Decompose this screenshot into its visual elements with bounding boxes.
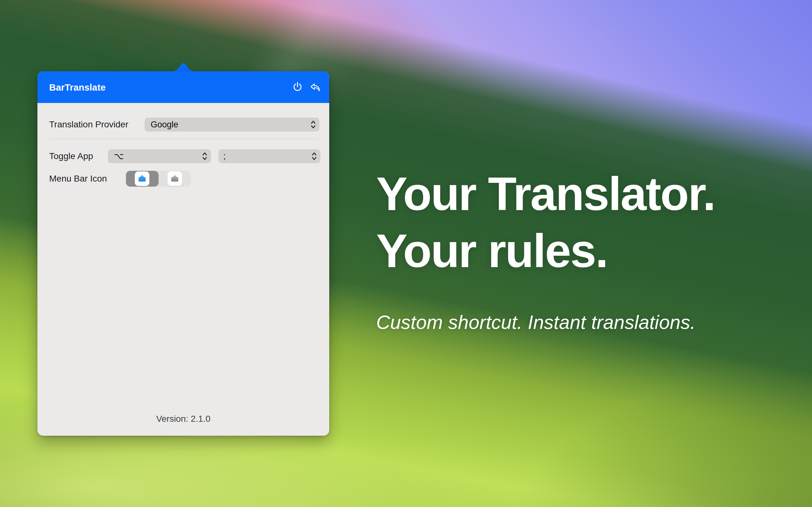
popover-panel: BarTranslate [38,71,329,436]
popup-chevrons-icon [310,120,316,131]
toggle-app-label: Toggle App [49,149,93,163]
hero-headline-line2: Your rules. [376,222,715,279]
power-icon [292,81,304,94]
gray-app-icon [170,173,180,184]
toggle-app-key-value: ; [223,152,226,161]
toggle-app-modifier-select[interactable]: ⌥ [108,149,211,163]
hero-tagline: Custom shortcut. Instant translations. [376,311,696,333]
translation-provider-label: Translation Provider [49,118,129,131]
menu-bar-icon-segmented-control [126,171,191,187]
reply-arrow-icon [309,81,322,94]
translation-provider-select[interactable]: Google [145,118,319,131]
menu-bar-icon-option-blue[interactable] [126,171,159,187]
hero-headline-line1: Your Translator. [376,165,715,222]
popup-chevrons-icon [311,152,317,163]
hero-headline: Your Translator. Your rules. [376,165,715,279]
bartranslate-popover: BarTranslate [38,60,329,436]
icon-tile [167,171,182,186]
version-text: Version: 2.1.0 [38,412,329,425]
reset-button[interactable] [308,80,322,94]
translation-provider-value: Google [151,120,178,130]
popup-chevrons-icon [201,152,208,163]
menu-bar-icon-option-gray[interactable] [159,171,191,187]
app-title: BarTranslate [49,71,106,103]
section-divider [49,138,319,139]
menu-bar-icon-label: Menu Bar Icon [49,172,107,186]
popover-header: BarTranslate [38,71,329,103]
toggle-app-key-select[interactable]: ; [218,149,320,163]
header-actions [291,71,322,103]
icon-tile [135,171,149,186]
toggle-app-modifier-value: ⌥ [114,151,124,161]
blue-app-icon [137,173,147,184]
popover-beak [167,60,199,72]
quit-button[interactable] [291,80,305,94]
